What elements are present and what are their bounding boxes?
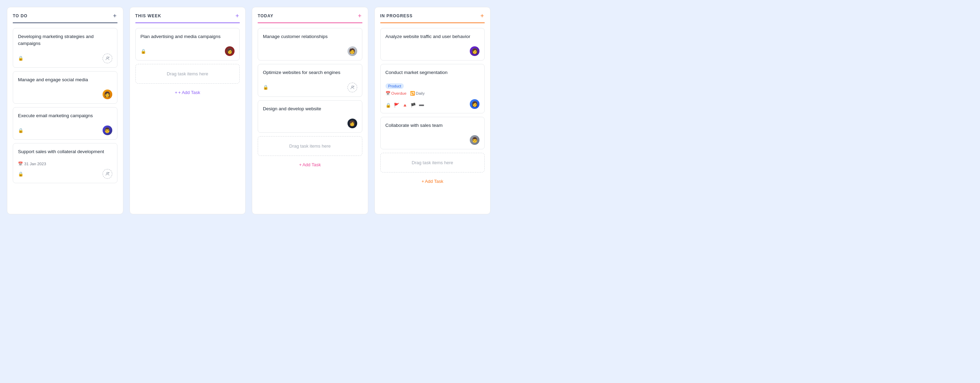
repeat-icon: 🔁 xyxy=(410,91,415,96)
lock-icon: 🔒 xyxy=(263,85,269,90)
task-footer: 🔒 👨 xyxy=(18,126,112,135)
lock-icon: 🔒 xyxy=(18,128,24,133)
column-todo-header: TO DO + xyxy=(13,13,118,23)
badge-product: Product xyxy=(385,83,404,89)
task-card: Developing marketing strategies and camp… xyxy=(13,28,118,68)
task-title: Analyze website traffic and user behavio… xyxy=(385,33,480,40)
column-thisweek-add-btn[interactable]: + xyxy=(235,13,240,19)
task-card: Manage customer relationships 🧑 xyxy=(258,28,362,61)
add-task-button[interactable]: + Add Task xyxy=(380,176,485,187)
column-todo-title: TO DO xyxy=(13,13,28,18)
task-title: Collaborate with sales team xyxy=(385,122,480,129)
task-footer: 🔒 xyxy=(18,169,112,179)
task-footer: 👩 xyxy=(18,89,112,99)
avatar-placeholder xyxy=(103,169,112,179)
task-card: Manage and engage social media 👩 xyxy=(13,71,118,104)
column-today-title: TODAY xyxy=(258,13,273,18)
task-title: Manage customer relationships xyxy=(263,33,357,40)
column-thisweek-header: THIS WEEK + xyxy=(135,13,240,23)
lock-icon: 🔒 xyxy=(385,103,391,108)
avatar: 👩 xyxy=(225,46,235,56)
task-footer: 👩 xyxy=(385,46,480,56)
daily-badge: 🔁 Daily xyxy=(410,91,425,96)
task-card: Support sales with collateral developmen… xyxy=(13,143,118,183)
avatar: 👩 xyxy=(470,99,479,109)
task-date: 📅 31 Jan 2023 xyxy=(18,161,112,166)
column-inprogress-header: IN PROGRESS + xyxy=(380,13,485,23)
overdue-badge: 📅 Overdue xyxy=(385,91,407,96)
task-title: Execute email marketing campaigns xyxy=(18,112,112,119)
task-card: Plan advertising and media campaigns 🔒 👩 xyxy=(135,28,240,61)
avatar: 👩 xyxy=(103,89,112,99)
task-title: Manage and engage social media xyxy=(18,77,112,83)
avatar-placeholder xyxy=(103,54,112,63)
flag-red-icon: 🏴 xyxy=(410,103,416,108)
plus-icon: + xyxy=(299,162,302,167)
svg-point-4 xyxy=(351,86,353,88)
task-title: Plan advertising and media campaigns xyxy=(141,33,235,40)
svg-point-0 xyxy=(107,57,108,58)
column-today: TODAY + Manage customer relationships 🧑 … xyxy=(252,7,368,214)
avatar: 👨 xyxy=(470,135,479,145)
task-title: Developing marketing strategies and camp… xyxy=(18,33,112,47)
plus-icon: + xyxy=(175,90,178,95)
drag-zone: Drag task items here xyxy=(380,153,485,172)
add-task-button[interactable]: + + Add Task xyxy=(135,87,240,98)
task-footer: 🔒 🚩 🔺 🏴 ➖ 👩 xyxy=(385,99,480,109)
triangle-red-icon: 🔺 xyxy=(402,103,407,108)
lock-icon: 🔒 xyxy=(141,49,146,54)
plus-icon: + xyxy=(422,179,424,184)
drag-zone: Drag task items here xyxy=(258,136,362,156)
task-footer: 🔒 xyxy=(263,83,357,92)
svg-point-2 xyxy=(107,172,108,174)
lock-icon: 🔒 xyxy=(18,56,24,61)
column-thisweek: THIS WEEK + Plan advertising and media c… xyxy=(130,7,246,214)
task-title: Design and develop website xyxy=(263,105,357,112)
drag-zone: Drag task items here xyxy=(135,64,240,84)
avatar: 👩 xyxy=(347,118,357,128)
column-inprogress-title: IN PROGRESS xyxy=(380,13,413,18)
task-footer: 🔒 xyxy=(18,54,112,63)
task-footer: 👨 xyxy=(385,135,480,145)
column-today-header: TODAY + xyxy=(258,13,362,23)
kanban-board: TO DO + Developing marketing strategies … xyxy=(7,7,490,214)
column-thisweek-title: THIS WEEK xyxy=(135,13,161,18)
task-icons-row: 🔒 🚩 🔺 🏴 ➖ xyxy=(385,103,424,108)
task-card: Optimize websites for search engines 🔒 xyxy=(258,64,362,96)
task-meta: 📅 Overdue 🔁 Daily xyxy=(385,91,480,96)
avatar: 🧑 xyxy=(347,46,357,56)
column-todo-add-btn[interactable]: + xyxy=(112,13,118,19)
flag-yellow-icon: 🚩 xyxy=(394,103,399,108)
column-inprogress-add-btn[interactable]: + xyxy=(479,13,485,19)
avatar: 👨 xyxy=(103,126,112,135)
task-footer: 🧑 xyxy=(263,46,357,56)
column-inprogress: IN PROGRESS + Analyze website traffic an… xyxy=(374,7,491,214)
task-title: Optimize websites for search engines xyxy=(263,69,357,76)
task-footer: 👩 xyxy=(263,118,357,128)
add-task-button[interactable]: + Add Task xyxy=(258,160,362,170)
calendar-icon: 📅 xyxy=(18,161,23,166)
task-title: Conduct market segmentation xyxy=(385,69,480,76)
task-footer: 🔒 👩 xyxy=(141,46,235,56)
lock-icon: 🔒 xyxy=(18,171,24,177)
task-card: Design and develop website 👩 xyxy=(258,100,362,133)
avatar-placeholder xyxy=(347,83,357,92)
calendar-icon: 📅 xyxy=(385,91,390,96)
task-card: Conduct market segmentation Product 📅 Ov… xyxy=(380,64,485,113)
minus-icon: ➖ xyxy=(418,103,424,108)
column-today-add-btn[interactable]: + xyxy=(357,13,362,19)
avatar: 👩 xyxy=(470,46,479,56)
task-title: Support sales with collateral developmen… xyxy=(18,148,112,155)
task-card: Execute email marketing campaigns 🔒 👨 xyxy=(13,107,118,140)
column-todo: TO DO + Developing marketing strategies … xyxy=(7,7,123,214)
task-card: Collaborate with sales team 👨 xyxy=(380,117,485,149)
task-card: Analyze website traffic and user behavio… xyxy=(380,28,485,61)
